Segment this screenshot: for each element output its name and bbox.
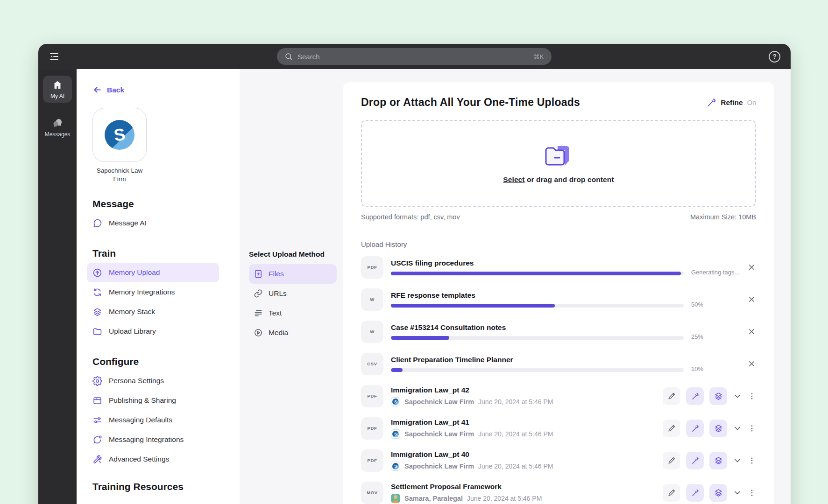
add-to-stack-button[interactable] (709, 420, 727, 437)
file-type-badge: W (361, 288, 383, 311)
expand-row-button[interactable] (733, 392, 742, 401)
cancel-upload-button[interactable] (747, 263, 756, 272)
search-input[interactable] (297, 53, 529, 61)
close-icon (747, 295, 756, 304)
row-menu-button[interactable] (748, 392, 756, 400)
upload-status: Generating tags... (691, 269, 746, 283)
nav-item-memory-upload[interactable]: Memory Upload (87, 263, 219, 282)
owner-avatar: S (391, 397, 400, 406)
method-item-files[interactable]: Files (249, 264, 337, 284)
upload-status: 50% (691, 301, 746, 315)
expand-row-button[interactable] (733, 456, 742, 465)
nav-item-memory-integrations[interactable]: Memory Integrations (87, 282, 229, 302)
kebab-menu-icon (748, 424, 756, 433)
add-to-stack-button[interactable] (709, 484, 727, 502)
progress-bar (391, 368, 684, 372)
rail-item-messages[interactable]: Messages (43, 113, 72, 141)
upload-row: CSV Client Preparation Timeline Planner … (361, 348, 756, 380)
owner-name: Sapochnick Law Firm (404, 430, 474, 438)
upload-date: June 20, 2024 at 5:46 PM (467, 495, 542, 502)
chat-badge-icon (92, 435, 102, 445)
search-bar[interactable]: ⌘K (277, 48, 552, 65)
upload-row: PDF USCIS filing procedures Generating t… (361, 251, 756, 283)
kebab-menu-icon (748, 392, 756, 400)
refine-file-button[interactable] (686, 484, 704, 502)
upload-date: June 20, 2024 at 5:46 PM (478, 462, 553, 470)
add-to-stack-button[interactable] (709, 387, 727, 405)
nav-item-publishing-sharing[interactable]: Publishing & Sharing (87, 391, 229, 410)
layers-icon (714, 424, 723, 433)
refine-toggle[interactable]: Refine On (707, 98, 756, 107)
collapse-sidebar-icon[interactable] (49, 51, 60, 62)
cancel-upload-button[interactable] (747, 359, 756, 368)
row-menu-button[interactable] (748, 424, 756, 433)
edit-button[interactable] (663, 387, 680, 405)
edit-button[interactable] (663, 484, 680, 502)
refine-file-button[interactable] (686, 420, 704, 437)
upload-status: 10% (691, 365, 746, 380)
add-to-stack-button[interactable] (709, 452, 727, 469)
nav-item-memory-stack[interactable]: Memory Stack (87, 302, 229, 322)
completed-row: MOV Settlement Proposal Framework Samara… (361, 476, 756, 504)
upload-row: W Case #153214 Consultation notes 25% (361, 315, 756, 348)
file-type-badge: PDF (361, 417, 383, 440)
nav-item-message-ai[interactable]: Message AI (87, 213, 229, 233)
pencil-icon (667, 456, 676, 465)
progress-bar (391, 336, 684, 340)
method-item-text[interactable]: Text (249, 303, 337, 323)
kebab-menu-icon (748, 489, 756, 497)
edit-button[interactable] (663, 452, 680, 469)
topbar: ⌘K ? (38, 44, 791, 69)
upload-status: 25% (691, 333, 746, 348)
completed-row: PDF Immigration Law_pt 42 S Sapochnick L… (361, 380, 756, 412)
file-type-badge: W (361, 321, 383, 343)
row-menu-button[interactable] (748, 489, 756, 497)
owner-name: Sapochnick Law Firm (404, 398, 474, 406)
folder-open-icon (543, 143, 574, 169)
row-menu-button[interactable] (748, 456, 756, 465)
file-type-badge: PDF (361, 385, 383, 407)
upload-circle-icon (92, 268, 102, 278)
nav-item-messaging-integrations[interactable]: Messaging Integrations (87, 430, 229, 449)
layers-icon (714, 392, 723, 400)
upload-date: June 20, 2024 at 5:46 PM (478, 398, 553, 406)
method-item-urls[interactable]: URLs (249, 284, 337, 303)
nav-item-persona-settings[interactable]: Persona Settings (87, 371, 229, 391)
wand-icon (691, 392, 700, 400)
edit-button[interactable] (663, 420, 680, 437)
back-button[interactable]: Back (92, 85, 224, 95)
expand-row-button[interactable] (733, 488, 742, 497)
file-type-badge: MOV (361, 482, 383, 504)
rail-item-my-ai[interactable]: My AI (43, 76, 72, 103)
layers-icon (714, 456, 723, 465)
ai-logo-mark: S (105, 120, 134, 150)
completed-row: PDF Immigration Law_pt 41 S Sapochnick L… (361, 412, 756, 444)
method-panel-title: Select Upload Method (249, 250, 337, 259)
owner-avatar: S (391, 429, 400, 439)
app-rail: My AI Messages (38, 69, 77, 504)
completed-row: PDF Immigration Law_pt 40 S Sapochnick L… (361, 444, 756, 476)
nav-item-upload-library[interactable]: Upload Library (87, 322, 229, 341)
nav-item-advanced-settings[interactable]: Advanced Settings (87, 449, 229, 469)
max-size: Maximum Size: 10MB (690, 213, 756, 221)
dropzone[interactable]: Select or drag and drop content (361, 120, 756, 207)
rail-item-label: My AI (50, 93, 64, 99)
chat-bubble-icon (92, 218, 102, 228)
upload-name: Client Preparation Timeline Planner (391, 356, 684, 364)
cancel-upload-button[interactable] (747, 327, 756, 336)
expand-row-button[interactable] (733, 424, 742, 433)
app-window: ⌘K ? My AI Messages Back S (38, 44, 791, 504)
rail-item-label: Messages (45, 131, 71, 138)
layers-icon (92, 307, 102, 317)
select-file-link[interactable]: Select (503, 175, 524, 183)
refine-file-button[interactable] (686, 387, 704, 405)
help-button[interactable]: ? (769, 51, 780, 63)
tools-icon (92, 455, 102, 464)
method-item-media[interactable]: Media (249, 323, 337, 343)
nav-item-messaging-defaults[interactable]: Messaging Defaults (87, 410, 229, 430)
refine-file-button[interactable] (686, 452, 704, 469)
file-name: Immigration Law_pt 42 (391, 386, 663, 394)
cancel-upload-button[interactable] (747, 295, 756, 304)
upload-method-panel: Select Upload Method Files URLs Text Med… (240, 69, 343, 504)
layers-icon (714, 488, 723, 497)
